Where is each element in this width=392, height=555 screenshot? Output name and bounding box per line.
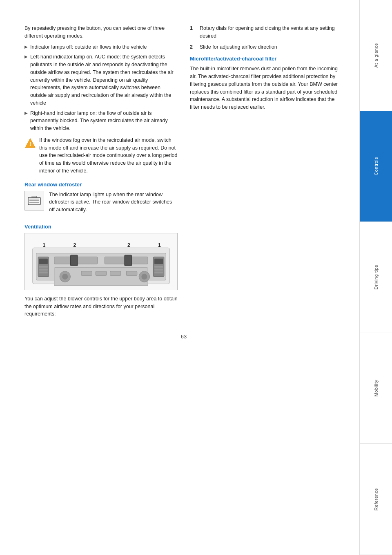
svg-rect-15 <box>70 255 78 266</box>
svg-rect-31 <box>154 271 163 273</box>
two-column-layout: By repeatedly pressing the button, you c… <box>24 25 343 321</box>
page-number: 63 <box>24 333 343 340</box>
right-sidebar: At a glance Controls Driving tips Mobili… <box>359 0 392 555</box>
svg-rect-11 <box>39 266 48 267</box>
item-number: 1 <box>190 25 196 32</box>
sidebar-label: Driving tips <box>374 265 379 289</box>
svg-rect-22 <box>126 271 137 275</box>
svg-point-24 <box>141 274 147 280</box>
bullet-list: ▶ Indicator lamps off: outside air flows… <box>24 43 178 132</box>
ventilation-description: You can adjust the blower controls for t… <box>24 295 178 318</box>
sidebar-section-at-a-glance: At a glance <box>360 0 392 111</box>
svg-rect-21 <box>110 271 121 275</box>
microfilter-text: The built-in microfilter removes dust an… <box>190 65 343 111</box>
sidebar-section-driving-tips: Driving tips <box>360 222 392 333</box>
svg-rect-26 <box>125 255 132 266</box>
intro-paragraph: By repeatedly pressing the button, you c… <box>24 25 178 40</box>
warning-box: ! If the windows fog over in the recircu… <box>24 137 178 175</box>
item-text: Rotary dials for opening and closing the… <box>200 25 343 40</box>
main-content: By repeatedly pressing the button, you c… <box>0 0 359 555</box>
item-text: Slide for adjusting airflow direction <box>200 43 277 51</box>
list-item-text: Right-hand indicator lamp on: the flow o… <box>30 110 178 132</box>
item-number: 2 <box>190 43 196 51</box>
list-item-text: Indicator lamps off: outside air flows i… <box>30 43 147 51</box>
svg-text:2: 2 <box>74 242 76 248</box>
svg-text:1: 1 <box>158 242 161 248</box>
warning-text: If the windows fog over in the recircula… <box>39 137 178 175</box>
svg-text:!: ! <box>29 140 31 147</box>
microfilter-heading: Microfilter/activated-charcoal filter <box>190 56 343 62</box>
svg-rect-10 <box>39 259 48 264</box>
sidebar-label: At a glance <box>374 43 379 68</box>
ventilation-heading: Ventilation <box>24 224 178 230</box>
left-column: By repeatedly pressing the button, you c… <box>24 25 178 321</box>
list-item: ▶ Right-hand indicator lamp on: the flow… <box>24 110 178 132</box>
list-item: ▶ Indicator lamps off: outside air flows… <box>24 43 178 51</box>
sidebar-label: Controls <box>374 157 379 175</box>
svg-rect-19 <box>81 271 92 275</box>
bullet-arrow-icon: ▶ <box>24 44 28 50</box>
numbered-list: 1 Rotary dials for opening and closing t… <box>190 25 343 51</box>
sidebar-section-reference: Reference <box>360 444 392 555</box>
ventilation-diagram: 1 2 2 1 <box>24 233 178 290</box>
ventilation-svg: 1 2 2 1 <box>29 237 173 290</box>
list-item-text: Left-hand indicator lamp on, AUC mode: t… <box>30 53 178 107</box>
numbered-item-2: 2 Slide for adjusting airflow direction <box>190 43 343 51</box>
warning-triangle-icon: ! <box>24 137 36 149</box>
sidebar-label: Reference <box>374 488 379 510</box>
sidebar-section-mobility: Mobility <box>360 333 392 444</box>
svg-rect-30 <box>154 269 163 270</box>
defroster-section: The indicator lamp lights up when the re… <box>24 191 178 217</box>
defroster-icon <box>24 191 44 210</box>
svg-rect-20 <box>96 271 106 275</box>
numbered-item-1: 1 Rotary dials for opening and closing t… <box>190 25 343 40</box>
svg-rect-12 <box>39 269 48 270</box>
defroster-text: The indicator lamp lights up when the re… <box>49 191 178 214</box>
rear-defroster-heading: Rear window defroster <box>24 181 178 188</box>
list-item: ▶ Left-hand indicator lamp on, AUC mode:… <box>24 53 178 107</box>
svg-text:1: 1 <box>43 242 46 248</box>
right-column: 1 Rotary dials for opening and closing t… <box>190 25 343 321</box>
bullet-arrow-icon: ▶ <box>24 110 28 116</box>
sidebar-label: Mobility <box>374 380 379 396</box>
svg-rect-13 <box>39 271 48 273</box>
sidebar-section-controls: Controls <box>360 111 392 222</box>
svg-rect-28 <box>154 259 163 264</box>
svg-text:2: 2 <box>127 242 130 248</box>
bullet-arrow-icon: ▶ <box>24 54 28 60</box>
svg-rect-2 <box>28 197 40 205</box>
svg-rect-29 <box>154 266 163 267</box>
svg-point-18 <box>62 274 68 280</box>
